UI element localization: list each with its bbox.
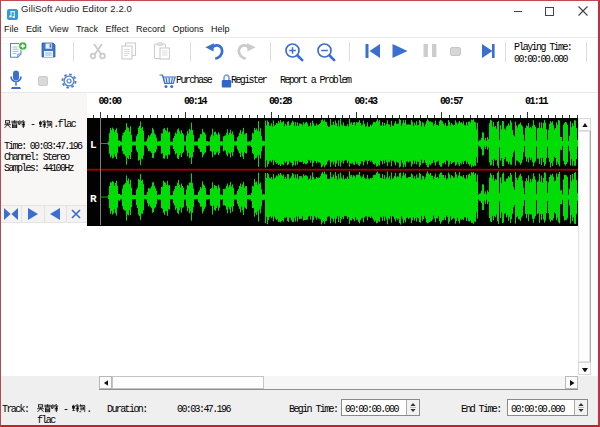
- svg-text:L: L: [90, 139, 97, 151]
- svg-text:R: R: [90, 193, 97, 205]
